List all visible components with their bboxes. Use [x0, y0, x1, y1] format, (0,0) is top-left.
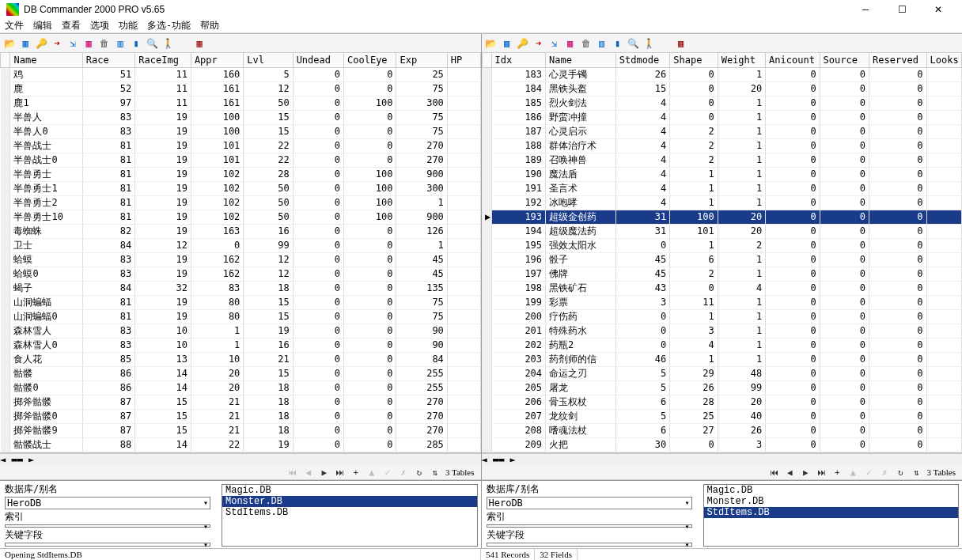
- menu-item[interactable]: 帮助: [200, 19, 219, 32]
- table-row[interactable]: 196骰子4561000: [482, 252, 962, 267]
- nav-last[interactable]: ⏭: [816, 467, 827, 478]
- red-arrow-icon[interactable]: ➜: [51, 37, 63, 50]
- table-row[interactable]: 190魔法盾411000: [482, 167, 962, 181]
- column-header[interactable]: Name: [546, 53, 616, 67]
- table-row[interactable]: 195强效太阳水012000: [482, 238, 962, 252]
- menu-item[interactable]: 文件: [5, 19, 24, 32]
- table-row[interactable]: 山洞蝙蝠811980150075: [1, 295, 481, 309]
- table-row[interactable]: 194超级魔法药3110120000: [482, 224, 962, 238]
- table-row[interactable]: 198黑铁矿石4304000: [482, 281, 962, 295]
- nav-filter[interactable]: ⇅: [430, 467, 441, 478]
- nav-prev[interactable]: ◀: [784, 467, 795, 478]
- table-row[interactable]: 森林雪人083101160090: [1, 338, 481, 352]
- trash-icon[interactable]: 🗑: [580, 37, 593, 50]
- table-row[interactable]: 半兽战士081191012200270: [1, 153, 481, 167]
- column-header[interactable]: Reserved: [869, 53, 927, 67]
- nav-first[interactable]: ⏮: [287, 467, 298, 478]
- table-row[interactable]: 201特殊药水031000: [482, 324, 962, 338]
- nav-add[interactable]: +: [350, 467, 362, 478]
- column-header[interactable]: Source: [820, 53, 869, 67]
- key-icon[interactable]: 🔑: [517, 37, 529, 50]
- table-row[interactable]: 184黑铁头盔15020000: [482, 81, 962, 96]
- column-header[interactable]: HP: [447, 53, 480, 67]
- column-header[interactable]: Name: [10, 53, 82, 67]
- table-row[interactable]: 半兽勇士8119102280100900: [1, 167, 481, 181]
- table-row[interactable]: 207龙纹剑52540000: [482, 409, 962, 423]
- table-row[interactable]: 骷髅8614201500255: [1, 366, 481, 380]
- column-header[interactable]: Undead: [293, 53, 343, 67]
- nav-refresh[interactable]: ↻: [414, 467, 425, 478]
- blue-import-icon[interactable]: ⇲: [548, 37, 561, 50]
- table-row[interactable]: 191圣言术411000: [482, 181, 962, 195]
- table-row[interactable]: 蛤蟆8319162120045: [1, 252, 481, 267]
- column-header[interactable]: Looks: [926, 53, 961, 67]
- table-row[interactable]: 鹿5211161120075: [1, 81, 481, 96]
- table-row[interactable]: 半兽战士81191012200270: [1, 138, 481, 153]
- table-row[interactable]: 蛤蟆08319162120045: [1, 267, 481, 281]
- table-red-icon[interactable]: ▦: [564, 37, 577, 50]
- table-row[interactable]: 199彩票3111000: [482, 295, 962, 309]
- table-row[interactable]: 食人花851310210084: [1, 352, 481, 366]
- db-file-item[interactable]: Monster.DB: [222, 496, 477, 507]
- table-row[interactable]: 掷斧骷髅98715211800270: [1, 423, 481, 437]
- nav-last[interactable]: ⏭: [335, 467, 346, 478]
- box-icon[interactable]: ▥: [596, 37, 608, 50]
- search-icon[interactable]: 🔍: [627, 37, 640, 50]
- menu-item[interactable]: 查看: [62, 19, 81, 32]
- open-icon[interactable]: 📂: [485, 37, 498, 50]
- menu-item[interactable]: 选项: [90, 19, 109, 32]
- exit-icon[interactable]: ▦: [675, 37, 687, 50]
- db-file-item[interactable]: Monster.DB: [704, 496, 959, 507]
- table-row[interactable]: 鸡511116050025: [1, 67, 481, 81]
- table-red-icon[interactable]: ▦: [82, 37, 95, 50]
- table-row[interactable]: 183心灵手镯2601000: [482, 67, 962, 81]
- column-header[interactable]: Stdmode: [615, 53, 670, 67]
- db-file-item[interactable]: StdItems.DB: [222, 507, 477, 518]
- keyfield-combo[interactable]: [487, 543, 692, 547]
- nav-cancel[interactable]: ✗: [879, 467, 890, 478]
- index-combo[interactable]: [5, 524, 210, 528]
- box-icon[interactable]: ▥: [114, 37, 127, 50]
- table-row[interactable]: 209火把3003000: [482, 437, 962, 452]
- table-row[interactable]: 189召唤神兽421000: [482, 153, 962, 167]
- table-row[interactable]: 192冰咆哮411000: [482, 195, 962, 210]
- table-row[interactable]: 188群体治疗术421000: [482, 138, 962, 153]
- menu-item[interactable]: 编辑: [33, 19, 52, 32]
- db-file-item[interactable]: Magic.DB: [704, 485, 959, 496]
- db-combo[interactable]: HeroDB: [487, 497, 692, 509]
- table-row[interactable]: ▶193超级金创药3110020000: [482, 210, 962, 224]
- table-row[interactable]: 208嗜魂法杖62726000: [482, 423, 962, 437]
- column-header[interactable]: RaceImg: [135, 53, 191, 67]
- nav-edit[interactable]: ✓: [382, 467, 393, 478]
- search-icon[interactable]: 🔍: [146, 37, 158, 50]
- left-hscroll[interactable]: ◄ ▬▬ ►: [0, 453, 481, 466]
- table-row[interactable]: 掷斧骷髅08715211800270: [1, 409, 481, 423]
- column-header[interactable]: Weight: [718, 53, 765, 67]
- run-icon[interactable]: 🚶: [643, 37, 656, 50]
- menu-item[interactable]: 功能: [119, 19, 138, 32]
- open-icon[interactable]: 📂: [3, 37, 16, 50]
- table-row[interactable]: 山洞蝙蝠0811980150075: [1, 309, 481, 324]
- left-file-list[interactable]: Magic.DBMonster.DBStdItems.DB: [222, 484, 478, 547]
- db-file-item[interactable]: StdItems.DB: [704, 507, 959, 518]
- table-row[interactable]: 骷髅08614201800255: [1, 380, 481, 395]
- table-row[interactable]: 203药剂师的信4611000: [482, 352, 962, 366]
- nav-prev[interactable]: ◀: [303, 467, 314, 478]
- right-hscroll[interactable]: ◄ ▬▬ ►: [482, 453, 963, 466]
- nav-filter[interactable]: ⇅: [911, 467, 922, 478]
- red-arrow-icon[interactable]: ➜: [532, 37, 545, 50]
- column-header[interactable]: CoolEye: [344, 53, 396, 67]
- table-row[interactable]: 206骨玉权杖62820000: [482, 395, 962, 409]
- column-header[interactable]: Exp: [396, 53, 447, 67]
- table-row[interactable]: 204命运之刃52948000: [482, 366, 962, 380]
- blue-bar-icon[interactable]: ▮: [612, 37, 624, 50]
- table-row[interactable]: 197佛牌4521000: [482, 267, 962, 281]
- table-row[interactable]: 半兽勇士108119102500100900: [1, 210, 481, 224]
- minimize-button[interactable]: ─: [848, 0, 883, 19]
- keyfield-combo[interactable]: [5, 543, 210, 547]
- db-file-item[interactable]: Magic.DB: [222, 485, 477, 496]
- table-row[interactable]: 半兽勇士18119102500100300: [1, 181, 481, 195]
- menu-item[interactable]: 多选-功能: [147, 19, 191, 32]
- left-grid[interactable]: NameRaceRaceImgApprLvlUndeadCoolEyeExpHP…: [0, 53, 481, 453]
- table-row[interactable]: 毒蜘蛛82191631600126: [1, 224, 481, 238]
